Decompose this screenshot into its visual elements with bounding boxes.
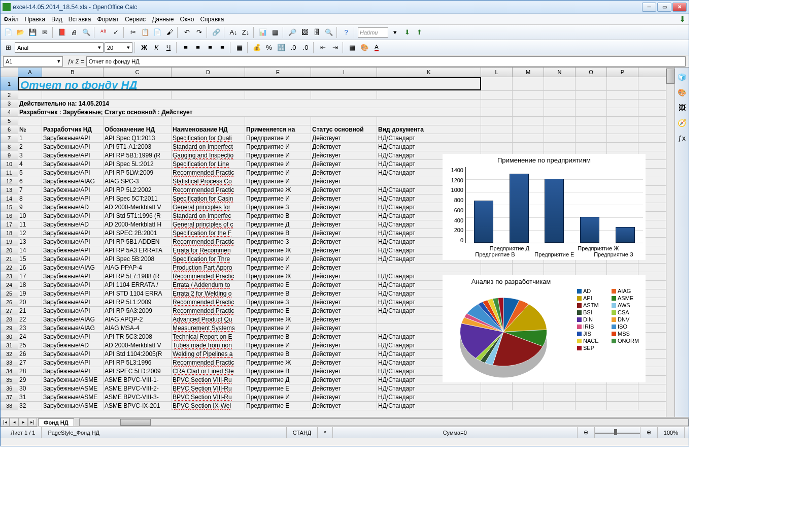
cell[interactable] [481, 125, 513, 134]
cell[interactable] [481, 143, 513, 151]
cell[interactable]: Зарубежные/AIAG [42, 177, 104, 185]
cell[interactable]: Зарубежные/AIAG [42, 315, 104, 323]
cell[interactable] [544, 134, 576, 142]
cell[interactable] [607, 212, 638, 220]
cell[interactable]: Зарубежные/API [42, 186, 104, 194]
cell[interactable] [576, 350, 607, 358]
cell[interactable] [311, 117, 377, 125]
cell[interactable] [544, 186, 576, 194]
cell[interactable]: Specification for Casin [172, 194, 245, 203]
align-justify-icon[interactable]: ≡ [217, 42, 228, 53]
column-header[interactable]: B [42, 68, 104, 77]
cell[interactable]: Specification for Line [172, 160, 245, 168]
cell[interactable]: Действует [311, 194, 377, 203]
cell[interactable]: 26 [18, 350, 42, 358]
cell[interactable]: Предприятие Е [245, 402, 311, 410]
cell[interactable]: 20 [18, 298, 42, 306]
gallery-icon[interactable]: 🖼 [299, 27, 310, 38]
cell[interactable]: НД/Стандарт [377, 367, 481, 375]
cell[interactable]: 10 [18, 212, 42, 220]
cell[interactable]: Предприятие И [245, 324, 311, 332]
cell[interactable] [576, 367, 607, 375]
cell[interactable]: API Spec 5L:2012 [104, 160, 172, 168]
cell[interactable]: Gauging and Inspectio [172, 151, 245, 159]
cell[interactable] [607, 229, 638, 237]
cell[interactable]: № [18, 125, 42, 134]
row-header[interactable]: 36 [1, 384, 18, 393]
cell[interactable]: Действует [311, 402, 377, 410]
cell[interactable]: 21 [18, 307, 42, 315]
close-button[interactable]: ✕ [672, 3, 687, 12]
cell[interactable] [607, 324, 638, 332]
cell[interactable]: НД/Стандарт [377, 350, 481, 358]
redo-icon[interactable]: ↷ [193, 27, 205, 38]
fontcolor-icon[interactable]: A [371, 42, 382, 53]
cell[interactable] [544, 350, 576, 358]
column-header[interactable]: P [607, 68, 638, 77]
cell[interactable] [576, 229, 607, 237]
cell[interactable]: AIAG PPAP-4 [104, 264, 172, 272]
menu-file[interactable]: Файл [4, 16, 19, 23]
cell[interactable]: Действует [311, 177, 377, 185]
cell[interactable] [481, 281, 513, 289]
cell[interactable] [544, 117, 576, 125]
cell[interactable] [513, 203, 544, 211]
column-header[interactable]: O [576, 68, 607, 77]
cell[interactable]: Specification for Quali [172, 134, 245, 142]
cell[interactable]: API RP 5LW:2009 [104, 169, 172, 177]
cell[interactable] [544, 281, 576, 289]
cell[interactable] [481, 324, 513, 332]
cell[interactable] [607, 117, 638, 125]
cell[interactable] [607, 307, 638, 315]
cell[interactable]: Standard on Imperfect [172, 143, 245, 151]
row-header[interactable]: 8 [1, 143, 18, 151]
cell[interactable]: Действует [311, 359, 377, 367]
cell[interactable] [576, 393, 607, 401]
cell[interactable]: Действует [311, 255, 377, 263]
cell[interactable]: 12 [18, 229, 42, 237]
cell[interactable]: НД/Стандарт [377, 307, 481, 315]
cell[interactable] [544, 289, 576, 298]
align-right-icon[interactable]: ≡ [205, 42, 216, 53]
find-down-icon[interactable]: ⬇ [401, 27, 413, 38]
cell[interactable]: 25 [18, 341, 42, 349]
row-header[interactable]: 7 [1, 134, 18, 142]
cell[interactable] [607, 238, 638, 246]
cell[interactable] [607, 402, 638, 410]
copy-icon[interactable]: 📋 [140, 27, 151, 38]
cell[interactable] [576, 307, 607, 315]
cell[interactable] [576, 324, 607, 332]
cell[interactable]: API SPEC 2B:2001 [104, 229, 172, 237]
cell[interactable] [576, 186, 607, 194]
cell[interactable]: Предприятие В [245, 333, 311, 341]
cell[interactable] [576, 402, 607, 410]
cell[interactable] [481, 315, 513, 323]
spellcheck-icon[interactable]: ᴬᴮ [98, 27, 109, 38]
cell[interactable]: Предприятие З [245, 238, 311, 246]
cell[interactable] [544, 194, 576, 203]
cell[interactable]: НД/Стандарт [377, 238, 481, 246]
cell[interactable]: Зарубежные/API [42, 246, 104, 254]
cell[interactable] [513, 229, 544, 237]
cell[interactable] [104, 91, 172, 99]
row-header[interactable]: 32 [1, 350, 18, 358]
cell[interactable] [481, 264, 513, 272]
save-icon[interactable]: 💾 [27, 27, 38, 38]
cell[interactable] [576, 289, 607, 298]
cell[interactable] [576, 281, 607, 289]
cell[interactable]: BPVC Section VIII-Ru [172, 384, 245, 393]
cell[interactable] [172, 117, 245, 125]
cell[interactable] [481, 151, 513, 159]
cell[interactable]: НД/Стандарт [377, 393, 481, 401]
cell[interactable] [576, 220, 607, 229]
cell[interactable]: Errata / Addendum to [172, 281, 245, 289]
cell[interactable]: Действует [311, 229, 377, 237]
cell[interactable] [544, 220, 576, 229]
cell[interactable]: AIAG SPC-3 [104, 177, 172, 185]
cell[interactable] [513, 367, 544, 375]
help-icon[interactable]: ? [341, 27, 352, 38]
cell[interactable] [544, 315, 576, 323]
cell[interactable] [576, 91, 607, 99]
cell[interactable] [513, 281, 544, 289]
row-header[interactable]: 23 [1, 272, 18, 280]
